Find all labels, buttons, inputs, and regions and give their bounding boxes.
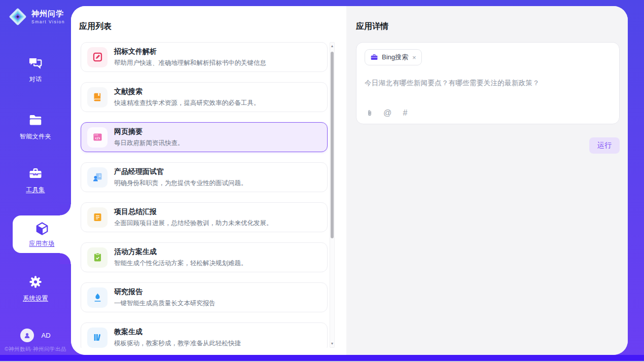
gear-icon xyxy=(28,274,43,289)
folder-icon xyxy=(28,113,43,128)
sidebar-footer: ©神州数码·神州问学出品 xyxy=(0,346,71,353)
app-card-title: 招标文件解析 xyxy=(114,47,266,56)
app-card-description: 快速精准查找学术资源，提高研究效率的必备工具。 xyxy=(114,99,260,107)
user-profile[interactable]: AD xyxy=(0,329,71,342)
hash-icon[interactable]: # xyxy=(401,108,410,118)
clipboard-check-icon xyxy=(87,247,108,268)
app-card-description: 帮助用户快速、准确地理解和解析招标书中的关键信息 xyxy=(114,59,266,67)
mention-icon[interactable]: @ xyxy=(383,108,392,118)
user-label: AD xyxy=(41,332,50,339)
app-detail-panel: 应用详情 Bing搜索 × 今日湖北有哪些新闻要点？有哪些需要关注的最新政策？ xyxy=(346,6,628,355)
app-card-description: 明确身份和职责，为您提供专业性的面试问题。 xyxy=(114,179,247,188)
run-row: 运行 xyxy=(346,137,628,154)
app-card[interactable]: 网页摘要 每日政府新闻资讯快查。 xyxy=(81,122,328,152)
app-window: { "brand": { "name": "神州问学", "subtitle":… xyxy=(0,0,644,362)
query-text[interactable]: 今日湖北有哪些新闻要点？有哪些需要关注的最新政策？ xyxy=(365,79,611,88)
brand-logo: 神州问学 Smart Vision xyxy=(8,7,65,26)
cube-icon xyxy=(34,221,50,236)
pen-square-icon xyxy=(87,47,108,67)
toolbox-icon xyxy=(28,166,43,181)
sidebar: 神州问学 Smart Vision 对话 智能文件夹 工具集 应用市场 系统设置… xyxy=(0,0,71,355)
app-card-description: 智能生成个性化活动方案，轻松解决规划难题。 xyxy=(114,259,247,268)
book-icon xyxy=(87,87,108,107)
diamond-logo-icon xyxy=(8,7,27,26)
chip-close-icon[interactable]: × xyxy=(412,54,416,61)
app-list-title: 应用列表 xyxy=(79,21,112,32)
bottom-bar xyxy=(0,355,644,361)
brand-name: 神州问学 xyxy=(31,9,65,19)
report-note-icon xyxy=(87,207,108,228)
tool-chip-bing-search[interactable]: Bing搜索 × xyxy=(365,49,422,65)
user-avatar-icon xyxy=(20,329,34,342)
app-card[interactable]: 文献搜索 快速精准查找学术资源，提高研究效率的必备工具。 xyxy=(81,82,328,112)
sidebar-item-label: 智能文件夹 xyxy=(20,132,52,141)
tool-chip-label: Bing搜索 xyxy=(382,53,408,62)
brand-subtitle: Smart Vision xyxy=(31,19,65,24)
composer-toolbar: @ # xyxy=(365,108,410,118)
app-card-description: 一键智能生成高质量长文本研究报告 xyxy=(114,299,216,308)
app-list-panel: 应用列表 招标文件解析 帮助用户快速、准确地理解和解析招标书中的关键信息 文献搜… xyxy=(71,6,346,355)
main-content: 应用列表 招标文件解析 帮助用户快速、准确地理解和解析招标书中的关键信息 文献搜… xyxy=(71,6,628,355)
scrollbar-thumb[interactable] xyxy=(331,52,334,238)
paperclip-icon[interactable] xyxy=(365,108,374,118)
app-card[interactable]: 招标文件解析 帮助用户快速、准确地理解和解析招标书中的关键信息 xyxy=(81,42,328,72)
app-card-list: 招标文件解析 帮助用户快速、准确地理解和解析招标书中的关键信息 文献搜索 快速精… xyxy=(81,42,335,348)
sidebar-item-工具集[interactable]: 工具集 xyxy=(0,166,71,194)
sidebar-item-label: 对话 xyxy=(29,75,42,84)
books-icon xyxy=(87,328,108,348)
app-card-title: 产品经理面试官 xyxy=(114,167,247,176)
app-card[interactable]: 项目总结汇报 全面回顾项目进展，总结经验教训，助力未来优化发展。 xyxy=(81,202,328,232)
run-button[interactable]: 运行 xyxy=(589,137,620,154)
sidebar-item-label: 系统设置 xyxy=(23,294,48,303)
app-card-description: 模板驱动，教案秒成，教学准备从此轻松快捷 xyxy=(114,339,241,348)
sidebar-item-label: 应用市场 xyxy=(29,239,55,248)
sidebar-item-label: 工具集 xyxy=(26,186,45,194)
scroll-up-icon[interactable]: ▲ xyxy=(330,43,334,49)
interviewer-icon xyxy=(87,167,108,188)
scroll-down-icon[interactable]: ▼ xyxy=(330,341,334,347)
app-card-title: 文献搜索 xyxy=(114,87,260,96)
sidebar-item-智能文件夹[interactable]: 智能文件夹 xyxy=(0,113,71,141)
browser-code-icon xyxy=(87,127,108,148)
app-card-title: 项目总结汇报 xyxy=(114,207,273,216)
app-card-title: 网页摘要 xyxy=(114,127,184,136)
app-card-description: 每日政府新闻资讯快查。 xyxy=(114,139,184,148)
app-card[interactable]: 教案生成 模板驱动，教案秒成，教学准备从此轻松快捷 xyxy=(81,322,328,348)
app-card[interactable]: 活动方案生成 智能生成个性化活动方案，轻松解决规划难题。 xyxy=(81,242,328,272)
sidebar-item-应用市场[interactable]: 应用市场 xyxy=(13,215,71,253)
app-card[interactable]: 产品经理面试官 明确身份和职责，为您提供专业性的面试问题。 xyxy=(81,162,328,192)
ink-pen-icon xyxy=(87,287,108,308)
briefcase-icon xyxy=(370,53,378,61)
app-card-title: 教案生成 xyxy=(114,328,241,337)
prompt-input-card[interactable]: Bing搜索 × 今日湖北有哪些新闻要点？有哪些需要关注的最新政策？ @ # xyxy=(356,42,620,124)
sidebar-item-系统设置[interactable]: 系统设置 xyxy=(0,274,71,303)
chat-icon xyxy=(28,55,43,70)
app-card-title: 活动方案生成 xyxy=(114,247,247,257)
scrollbar[interactable]: ▲ ▼ xyxy=(330,42,335,348)
app-detail-title: 应用详情 xyxy=(356,21,388,32)
sidebar-item-对话[interactable]: 对话 xyxy=(0,55,71,84)
app-card[interactable]: 研究报告 一键智能生成高质量长文本研究报告 xyxy=(81,282,328,312)
app-card-description: 全面回顾项目进展，总结经验教训，助力未来优化发展。 xyxy=(114,219,273,228)
app-card-title: 研究报告 xyxy=(114,287,216,297)
